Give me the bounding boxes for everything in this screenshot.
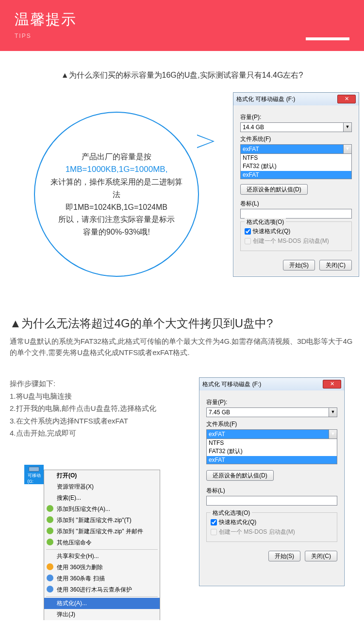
dialog-title: 格式化 可移动磁盘 (F:) <box>202 380 261 389</box>
checkbox-label: 创建一个 MS-DOS 启动盘(M) <box>219 528 295 536</box>
fs-option[interactable]: FAT32 (默认) <box>241 162 351 171</box>
menu-item-icon <box>47 563 53 570</box>
fs-option[interactable]: NTFS <box>241 154 351 162</box>
group-title: 格式化选项(O) <box>211 509 252 517</box>
question-2: ▲为什么无法将超过4G的单个大文件拷贝到U盘中? <box>10 316 354 331</box>
bubble-line: 即1MB=1024KB,1G=1024MB <box>66 201 167 214</box>
banner: 温馨提示 TIPS <box>0 0 364 51</box>
checkbox-label: 创建一个 MS-DOS 启动盘(M) <box>253 237 329 245</box>
checkbox-icon[interactable] <box>211 519 217 525</box>
menu-item-label: 资源管理器(X) <box>57 483 94 490</box>
filesystem-dropdown[interactable]: NTFS FAT32 (默认) exFAT <box>206 439 337 464</box>
quick-format-checkbox[interactable]: 快速格式化(Q) <box>211 518 333 526</box>
fs-option-selected[interactable]: exFAT <box>207 456 337 464</box>
menu-item-label: 添加到 "新建压缩文件.zip" 并邮件 <box>57 528 143 535</box>
start-button[interactable]: 开始(S) <box>283 260 315 271</box>
fs-option[interactable]: NTFS <box>207 439 337 447</box>
menu-item-label: 弹出(J) <box>57 611 75 618</box>
context-menu-item[interactable]: 添加到 "新建压缩文件.zip" 并邮件 <box>44 526 160 537</box>
fs-option-selected[interactable]: exFAT <box>241 171 351 179</box>
menu-item-label: 搜索(E)... <box>57 494 81 501</box>
context-menu-item[interactable]: 添加到压缩文件(A)... <box>44 504 160 515</box>
context-menu-item[interactable]: 打开(O) <box>44 470 160 481</box>
close-icon[interactable]: ✕ <box>337 95 356 103</box>
start-button[interactable]: 开始(S) <box>268 551 300 561</box>
checkbox-icon <box>211 529 217 535</box>
menu-separator <box>46 596 158 597</box>
capacity-select[interactable]: 7.45 GB▼ <box>206 407 337 417</box>
format-dialog-1: 格式化 可移动磁盘 (F:) ✕ 容量(P): 14.4 GB▼ 文件系统(F)… <box>233 92 359 277</box>
menu-item-icon <box>47 575 53 581</box>
menu-item-label: 添加到压缩文件(A)... <box>57 506 110 512</box>
bubble-line: 产品出厂的容量是按 <box>82 151 151 163</box>
filesystem-select[interactable]: exFAT▼ <box>206 429 337 439</box>
capacity-value: 14.4 GB <box>243 124 264 131</box>
menu-item-label: 共享和安全(H)... <box>57 553 99 559</box>
menu-item-label: 格式化(A)... <box>57 600 87 607</box>
group-title: 格式化选项(O) <box>245 218 286 226</box>
context-menu-item[interactable]: 弹出(J) <box>44 609 160 620</box>
filesystem-value: exFAT <box>243 146 259 152</box>
context-menu-item[interactable]: 使用 360进行木马云查杀保护 <box>44 584 160 595</box>
explain-row-1: 产品出厂的容量是按 1MB=1000KB,1G=1000MB, 来计算的，操作系… <box>10 92 354 287</box>
restore-defaults-button[interactable]: 还原设备的默认值(D) <box>206 470 274 481</box>
context-menu-item[interactable]: 共享和安全(H)... <box>44 551 160 562</box>
checkbox-icon <box>245 238 251 244</box>
format-options-group: 格式化选项(O) 快速格式化(Q) 创建一个 MS-DOS 启动盘(M) <box>206 512 337 542</box>
banner-bar-icon <box>306 37 349 40</box>
dialog-titlebar[interactable]: 格式化 可移动磁盘 (F:) ✕ <box>233 93 359 105</box>
drive-label: 可移动(G: <box>28 473 41 484</box>
volume-label: 卷标(L) <box>206 487 337 495</box>
context-menu-item[interactable]: 格式化(A)... <box>44 598 160 609</box>
capacity-select[interactable]: 14.4 GB▼ <box>240 122 352 132</box>
volume-input[interactable] <box>240 209 352 219</box>
context-menu-screenshot: 可移动(G: 打开(O)资源管理器(X)搜索(E)...添加到压缩文件(A)..… <box>44 470 160 620</box>
dropdown-arrow-icon[interactable]: ▼ <box>343 145 351 153</box>
fs-option[interactable]: FAT32 (默认) <box>207 447 337 456</box>
msdos-checkbox: 创建一个 MS-DOS 启动盘(M) <box>211 528 333 536</box>
menu-item-label: 打开(O) <box>57 472 77 479</box>
filesystem-dropdown[interactable]: NTFS FAT32 (默认) exFAT <box>240 153 352 179</box>
context-menu-item[interactable]: 资源管理器(X) <box>44 481 160 492</box>
close-button[interactable]: 关闭(C) <box>305 551 337 561</box>
menu-item-label: 使用 360进行木马云查杀保护 <box>57 586 132 593</box>
drive-icon[interactable]: 可移动(G: <box>24 465 44 484</box>
context-menu-item[interactable]: 其他压缩命令 <box>44 537 160 548</box>
checkbox-label: 快速格式化(Q) <box>219 518 256 526</box>
context-menu-item[interactable]: 搜索(E)... <box>44 492 160 504</box>
quick-format-checkbox[interactable]: 快速格式化(Q) <box>245 227 347 236</box>
restore-defaults-button[interactable]: 还原设备的默认值(D) <box>240 184 308 195</box>
volume-input[interactable] <box>206 496 337 506</box>
menu-item-icon <box>47 586 53 592</box>
context-menu-item[interactable]: 使用 360杀毒 扫描 <box>44 573 160 584</box>
msdos-checkbox: 创建一个 MS-DOS 启动盘(M) <box>245 237 347 245</box>
question-1: ▲为什么亲们买的标示容量为16G的U盘,实际测试容量只有14.4G左右? <box>10 70 354 81</box>
speech-bubble: 产品出厂的容量是按 1MB=1000KB,1G=1000MB, 来计算的，操作系… <box>34 112 199 277</box>
close-icon[interactable]: ✕ <box>323 380 341 389</box>
dropdown-arrow-icon[interactable]: ▼ <box>329 408 337 417</box>
checkbox-label: 快速格式化(Q) <box>253 227 290 236</box>
menu-item-icon <box>47 527 53 534</box>
checkbox-icon[interactable] <box>245 228 251 235</box>
menu-item-icon <box>47 516 53 523</box>
menu-item-label: 使用 360杀毒 扫描 <box>57 575 105 582</box>
explain-row-2: 操作步骤如下: 1.将U盘与电脑连接 2.打开我的电脑,邮件点击U盘盘符,选择格… <box>10 377 354 620</box>
context-menu-item[interactable]: 添加到 "新建压缩文件.zip"(T) <box>44 515 160 526</box>
close-button[interactable]: 关闭(C) <box>319 260 352 271</box>
menu-item-label: 添加到 "新建压缩文件.zip"(T) <box>57 517 132 524</box>
dialog-titlebar[interactable]: 格式化 可移动磁盘 (F:) ✕ <box>199 378 344 390</box>
dropdown-arrow-icon[interactable]: ▼ <box>329 430 337 439</box>
menu-item-label: 其他压缩命令 <box>57 539 92 546</box>
banner-subtitle: TIPS <box>15 33 349 39</box>
bubble-line: 容量的90%-93%哦! <box>83 226 150 238</box>
banner-title: 温馨提示 <box>15 10 349 30</box>
menu-item-icon <box>47 539 53 545</box>
format-dialog-2: 格式化 可移动磁盘 (F:) ✕ 容量(P): 7.45 GB▼ 文件系统(F)… <box>199 377 345 586</box>
answer-2: 通常U盘默认的系统为FAT32格式,此格式可传输的单个最大文件为4G.如需存储高… <box>10 336 354 358</box>
format-options-group: 格式化选项(O) 快速格式化(Q) 创建一个 MS-DOS 启动盘(M) <box>240 221 352 251</box>
filesystem-select[interactable]: exFAT▼ <box>240 144 352 154</box>
context-menu-item[interactable]: 使用 360强力删除 <box>44 562 160 573</box>
capacity-value: 7.45 GB <box>209 409 230 416</box>
context-menu[interactable]: 打开(O)资源管理器(X)搜索(E)...添加到压缩文件(A)...添加到 "新… <box>44 470 160 620</box>
dropdown-arrow-icon[interactable]: ▼ <box>343 123 351 132</box>
